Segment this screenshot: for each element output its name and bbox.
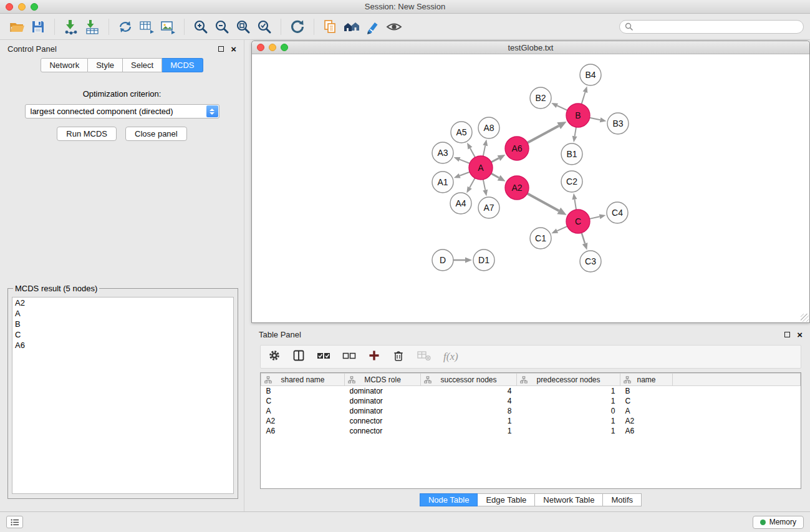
graph-node-A7[interactable]: A7 [478, 197, 499, 218]
graph-edge-B-B4[interactable] [582, 92, 586, 104]
graph-node-C3[interactable]: C3 [580, 251, 601, 272]
graph-edge-B-B2[interactable] [557, 105, 567, 110]
mcds-result-item[interactable]: A [12, 308, 233, 319]
clear-table-button[interactable] [417, 349, 432, 364]
mcds-result-item[interactable]: B [12, 319, 233, 329]
table-cell[interactable]: 1 [517, 416, 620, 426]
column-header-name[interactable]: name [620, 374, 673, 386]
graph-edge-A-A3[interactable] [460, 160, 470, 163]
table-cell[interactable]: dominator [345, 406, 421, 416]
column-header-shared-name[interactable]: shared name [261, 374, 345, 386]
graph-node-A8[interactable]: A8 [478, 117, 499, 138]
table-cell[interactable]: B [620, 386, 673, 396]
graph-edge-A-A5[interactable] [470, 148, 475, 157]
tab-style[interactable]: Style [88, 58, 123, 72]
tab-mcds[interactable]: MCDS [162, 58, 203, 72]
graph-node-B[interactable]: B [566, 104, 590, 127]
column-header-successor-nodes[interactable]: successor nodes [421, 374, 517, 386]
table-cell[interactable]: C [620, 396, 673, 406]
style-brush-button[interactable] [362, 17, 383, 37]
table-row[interactable]: A2connector11A2 [261, 416, 801, 426]
graph-edge-A-A7[interactable] [483, 180, 485, 190]
export-network-button[interactable] [115, 17, 136, 37]
graph-edge-A-A8[interactable] [483, 145, 485, 156]
table-cell[interactable]: A6 [261, 426, 345, 436]
column-header-predecessor-nodes[interactable]: predecessor nodes [517, 374, 620, 386]
graph-node-A4[interactable]: A4 [450, 193, 471, 214]
graph-edge-A-A6[interactable] [491, 158, 499, 162]
graph-edge-B-B1[interactable] [575, 127, 576, 137]
graph-node-C2[interactable]: C2 [561, 171, 582, 192]
tab-network[interactable]: Network [41, 58, 88, 72]
graph-edge-C-C3[interactable] [582, 233, 585, 243]
table-cell[interactable]: C [261, 396, 345, 406]
home-network-button[interactable] [341, 17, 362, 37]
graph-edge-A-A2[interactable] [491, 173, 499, 178]
import-table-button[interactable] [82, 17, 103, 37]
export-table-button[interactable] [136, 17, 157, 37]
graph-edge-C-C1[interactable] [557, 226, 567, 231]
export-image-button[interactable] [157, 17, 178, 37]
table-cell[interactable]: 0 [517, 406, 620, 416]
table-row[interactable]: A6connector11A6 [261, 426, 801, 436]
show-columns-button[interactable] [292, 349, 305, 364]
table-cell[interactable]: B [261, 386, 345, 396]
table-cell[interactable]: A [261, 406, 345, 416]
network-canvas[interactable]: B4B2BB3A5A8A6B1A3AC2A1A2A4A7C4CC1C3DD1 [252, 54, 809, 322]
table-cell[interactable]: 8 [421, 406, 517, 416]
table-cell[interactable]: 1 [517, 426, 620, 436]
close-panel-icon[interactable]: × [231, 44, 236, 54]
graph-node-C4[interactable]: C4 [607, 202, 628, 223]
close-panel-button[interactable]: Close panel [125, 127, 187, 141]
tab-network-table[interactable]: Network Table [535, 493, 603, 506]
close-table-panel-icon[interactable]: × [797, 330, 803, 339]
table-cell[interactable]: dominator [345, 396, 421, 406]
table-row[interactable]: Adominator80A [261, 406, 801, 416]
add-row-button[interactable] [368, 349, 380, 364]
table-cell[interactable]: A2 [261, 416, 345, 426]
open-session-button[interactable] [6, 17, 27, 37]
mcds-result-item[interactable]: A6 [12, 340, 233, 351]
table-cell[interactable]: 1 [517, 396, 620, 406]
graph-node-C1[interactable]: C1 [530, 228, 551, 249]
open-recent-button[interactable] [320, 17, 341, 37]
graph-node-A6[interactable]: A6 [505, 137, 529, 160]
search-field[interactable] [619, 20, 804, 34]
graph-node-D1[interactable]: D1 [473, 249, 494, 271]
tab-motifs[interactable]: Motifs [603, 493, 642, 506]
graph-node-B3[interactable]: B3 [607, 113, 629, 134]
graph-node-A5[interactable]: A5 [451, 122, 472, 143]
table-cell[interactable]: A [620, 406, 673, 416]
graph-edge-C-C4[interactable] [590, 216, 600, 219]
table-cell[interactable]: A2 [620, 416, 673, 426]
graph-edge-C-C2[interactable] [574, 200, 576, 210]
save-session-button[interactable] [27, 17, 49, 37]
mcds-result-item[interactable]: C [12, 329, 233, 340]
mcds-result-item[interactable]: A2 [12, 297, 233, 308]
network-window-titlebar[interactable]: testGlobe.txt [252, 41, 809, 54]
column-header-mcds-role[interactable]: MCDS role [345, 374, 421, 386]
network-maximize-button[interactable] [281, 44, 288, 51]
graph-node-A2[interactable]: A2 [505, 176, 529, 200]
select-all-button[interactable] [317, 349, 330, 364]
graph-node-B4[interactable]: B4 [580, 64, 601, 85]
memory-button[interactable]: Memory [753, 516, 804, 529]
tab-node-table[interactable]: Node Table [420, 493, 478, 506]
zoom-fit-button[interactable] [233, 17, 254, 37]
graph-edge-A2-C[interactable] [528, 193, 559, 211]
close-window-button[interactable] [6, 3, 13, 11]
table-cell[interactable]: dominator [345, 386, 421, 396]
table-row[interactable]: Cdominator41C [261, 396, 801, 406]
zoom-selected-button[interactable] [254, 17, 275, 37]
float-table-panel-icon[interactable] [784, 332, 790, 337]
table-cell[interactable]: 4 [421, 386, 517, 396]
resize-grip[interactable] [801, 314, 809, 322]
network-close-button[interactable] [257, 44, 264, 51]
minimize-window-button[interactable] [18, 3, 26, 11]
refresh-view-button[interactable] [287, 17, 308, 37]
tab-select[interactable]: Select [123, 58, 162, 72]
function-builder-button[interactable]: f(x) [443, 351, 458, 363]
graph-node-C[interactable]: C [566, 210, 590, 233]
deselect-all-button[interactable] [342, 349, 356, 364]
table-cell[interactable]: 4 [421, 396, 517, 406]
